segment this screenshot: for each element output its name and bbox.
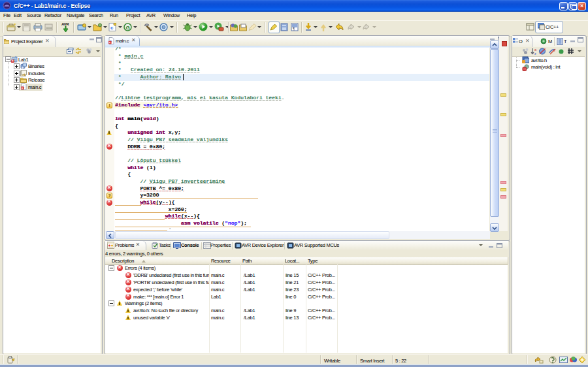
svg-text:¶: ¶	[293, 27, 295, 31]
svg-text:AVR: AVR	[61, 22, 69, 26]
svg-text:G: G	[126, 25, 130, 31]
svg-text:×: ×	[12, 59, 14, 63]
svg-text:z: z	[534, 52, 536, 55]
svg-text:×: ×	[22, 86, 24, 90]
